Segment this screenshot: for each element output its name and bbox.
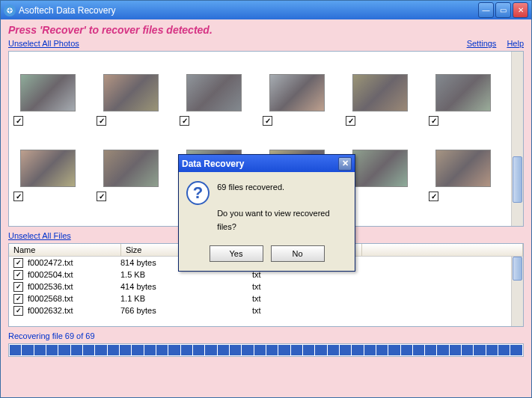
progress-segment	[328, 345, 339, 355]
maximize-button[interactable]: ▭	[495, 2, 511, 18]
photos-scrollbar[interactable]	[511, 52, 523, 226]
window-controls: — ▭ ✕	[478, 2, 528, 18]
dialog-line1: 69 files recovered.	[217, 181, 347, 195]
col-name[interactable]: Name	[9, 244, 121, 256]
photo-thumbnail[interactable]	[186, 74, 242, 111]
photo-thumbnail[interactable]	[20, 74, 76, 111]
progress-segment	[95, 345, 106, 355]
photo-checkbox[interactable]	[180, 116, 189, 126]
photo-thumbnail[interactable]	[435, 74, 491, 111]
photo-item[interactable]	[427, 55, 498, 126]
photo-checkbox[interactable]	[13, 192, 23, 201]
progress-segment	[83, 345, 94, 355]
instruction-text: Press 'Recover' to recover files detecte…	[8, 24, 524, 36]
progress-segment	[218, 345, 229, 355]
question-icon: ?	[186, 181, 210, 205]
unselect-files-link[interactable]: Unselect All Files	[8, 231, 71, 240]
file-ext: txt	[252, 306, 361, 315]
table-row[interactable]: f0002568.txt1.1 KBtxt	[9, 293, 523, 304]
progress-segment	[168, 345, 180, 355]
status-text: Recovering file 69 of 69	[8, 331, 524, 340]
file-checkbox[interactable]	[13, 294, 23, 304]
file-checkbox[interactable]	[13, 282, 23, 292]
photo-thumbnail[interactable]	[269, 74, 325, 111]
progress-segment	[340, 345, 351, 355]
close-button[interactable]: ✕	[513, 2, 528, 18]
progress-segment	[291, 345, 302, 355]
progress-segment	[22, 345, 33, 355]
photo-checkbox[interactable]	[429, 116, 438, 126]
progress-bar	[8, 343, 524, 357]
files-scrollbar[interactable]	[511, 257, 523, 326]
progress-segment	[181, 345, 192, 355]
file-name: f0002568.txt	[26, 294, 120, 303]
minimize-button[interactable]: —	[478, 2, 494, 18]
file-checkbox[interactable]	[13, 270, 23, 280]
photo-item[interactable]	[12, 206, 83, 227]
progress-segment	[303, 345, 314, 355]
progress-segment	[376, 345, 388, 355]
progress-segment	[58, 345, 70, 355]
progress-segment	[474, 345, 485, 355]
dialog-title-text: Data Recovery	[182, 159, 244, 169]
photo-thumbnail[interactable]	[20, 150, 76, 187]
photo-item[interactable]	[427, 130, 498, 201]
photo-thumbnail[interactable]	[103, 150, 159, 187]
progress-segment	[34, 345, 46, 355]
file-name: f0002472.txt	[26, 258, 120, 267]
dialog-text: 69 files recovered. Do you want to view …	[217, 181, 347, 233]
photo-thumbnail[interactable]	[435, 150, 491, 187]
help-link[interactable]: Help	[507, 39, 524, 48]
unselect-photos-link[interactable]: Unselect All Photos	[8, 39, 79, 48]
table-row[interactable]: f0002632.txt766 bytestxt	[9, 304, 523, 316]
progress-segment	[205, 345, 216, 355]
photos-toolbar: Unselect All Photos Settings Help	[8, 39, 524, 48]
photo-item[interactable]	[344, 55, 415, 126]
photo-checkbox[interactable]	[97, 192, 106, 201]
progress-segment	[242, 345, 253, 355]
progress-segment	[120, 345, 131, 355]
photo-checkbox[interactable]	[97, 116, 106, 126]
progress-segment	[498, 345, 510, 355]
progress-segment	[46, 345, 58, 355]
progress-segment	[156, 345, 168, 355]
yes-button[interactable]: Yes	[210, 245, 263, 262]
photo-item[interactable]	[261, 55, 332, 126]
progress-segment	[132, 345, 143, 355]
photo-item[interactable]	[12, 130, 83, 201]
no-button[interactable]: No	[271, 245, 325, 262]
photo-thumbnail[interactable]	[103, 74, 159, 111]
photo-thumbnail[interactable]	[352, 150, 408, 187]
photo-item[interactable]	[178, 55, 249, 126]
photo-checkbox[interactable]	[429, 192, 438, 201]
dialog-close-button[interactable]: ✕	[338, 157, 352, 171]
progress-segment	[401, 345, 412, 355]
table-row[interactable]: f0002536.txt414 bytestxt	[9, 281, 523, 293]
progress-segment	[462, 345, 473, 355]
dialog-line2: Do you want to view recovered files?	[217, 207, 347, 233]
photo-checkbox[interactable]	[13, 116, 23, 126]
file-name: f0002632.txt	[26, 306, 120, 315]
progress-segment	[266, 345, 278, 355]
dialog-buttons: Yes No	[179, 241, 355, 271]
dialog-body: ? 69 files recovered. Do you want to vie…	[179, 172, 355, 241]
photo-item[interactable]	[12, 55, 83, 126]
photo-item[interactable]	[95, 55, 166, 126]
file-checkbox[interactable]	[13, 306, 23, 316]
progress-segment	[486, 345, 498, 355]
photo-checkbox[interactable]	[263, 116, 272, 126]
progress-segment	[193, 345, 204, 355]
photo-checkbox[interactable]	[346, 116, 355, 126]
progress-segment	[71, 345, 82, 355]
recovery-dialog: Data Recovery ✕ ? 69 files recovered. Do…	[178, 154, 355, 272]
photo-thumbnail[interactable]	[352, 74, 408, 111]
progress-segment	[425, 345, 436, 355]
settings-link[interactable]: Settings	[467, 39, 497, 48]
file-size: 766 bytes	[120, 306, 252, 315]
photo-item[interactable]	[95, 130, 166, 201]
progress-segment	[315, 345, 326, 355]
app-icon: +	[4, 4, 16, 16]
top-links: Settings Help	[467, 39, 524, 48]
progress-segment	[510, 345, 522, 355]
file-checkbox[interactable]	[13, 258, 23, 268]
